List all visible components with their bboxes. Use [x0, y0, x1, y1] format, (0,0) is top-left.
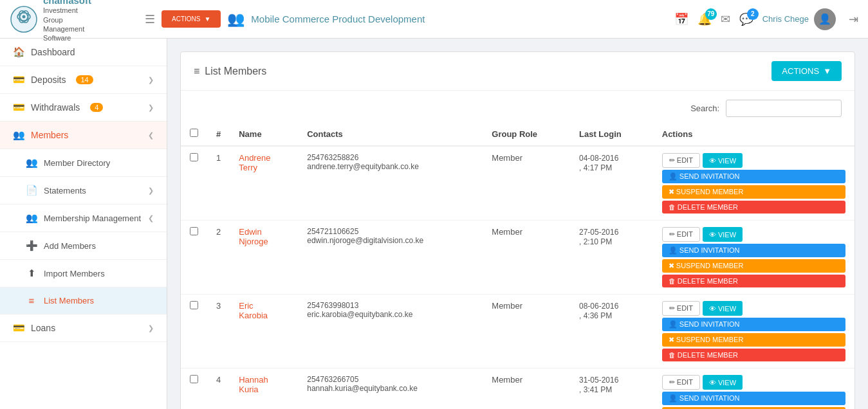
send-invitation-button[interactable]: 👤 SEND INVITATION — [662, 392, 845, 405]
row-role-cell: Member — [483, 146, 570, 221]
member-phone: 254721106625 — [307, 227, 474, 236]
membership-mgmt-icon: 👥 — [26, 212, 37, 224]
edit-button[interactable]: ✏ EDIT — [662, 153, 700, 168]
sidebar-label-deposits: Deposits — [31, 75, 66, 85]
member-last-login: 31-05-2016, 3:41 PM — [579, 376, 618, 394]
send-invitation-button[interactable]: 👤 SEND INVITATION — [662, 244, 845, 257]
list-members-icon: ≡ — [26, 295, 37, 306]
action-row-edit-view: ✏ EDIT 👁 VIEW — [662, 153, 845, 168]
view-button[interactable]: 👁 VIEW — [703, 375, 743, 390]
topnav-actions-button[interactable]: ACTIONS ▼ — [162, 10, 221, 28]
member-role: Member — [492, 153, 522, 163]
sidebar-label-list-members: List Members — [44, 296, 94, 305]
sidebar-label-withdrawals: Withdrawals — [31, 102, 80, 113]
sidebar-item-loans[interactable]: 💳 Loans ❯ — [0, 314, 167, 342]
delete-member-button[interactable]: 🗑 DELETE MEMBER — [662, 349, 845, 361]
member-role: Member — [492, 375, 522, 385]
view-button[interactable]: 👁 VIEW — [703, 153, 743, 168]
page-title: List Members — [205, 66, 266, 77]
sidebar-label-loans: Loans — [31, 323, 55, 333]
sidebar-item-statements[interactable]: 📄 Statements ❯ — [0, 177, 167, 204]
notifications-button[interactable]: 🔔 79 — [697, 12, 712, 26]
hamburger-menu[interactable]: ☰ — [145, 12, 155, 26]
suspend-member-button[interactable]: ✖ SUSPEND MEMBER — [662, 259, 845, 273]
sidebar-item-deposits[interactable]: 💳 Deposits 14 ❯ — [0, 66, 167, 94]
member-email: edwin.njoroge@digitalvision.co.ke — [307, 236, 474, 245]
calendar-button[interactable]: 📅 — [674, 12, 688, 26]
sidebar-item-add-members[interactable]: ➕ Add Members — [0, 232, 167, 260]
search-label: Search: — [690, 104, 719, 113]
row-login-cell: 08-06-2016, 4:36 PM — [570, 295, 653, 368]
sidebar-item-list-members[interactable]: ≡ List Members — [0, 287, 167, 314]
membership-mgmt-chevron: ❮ — [148, 214, 154, 223]
suspend-member-button[interactable]: ✖ SUSPEND MEMBER — [662, 333, 845, 347]
search-bar: Search: — [181, 91, 854, 122]
member-name[interactable]: AndreneTerry — [239, 153, 289, 172]
row-checkbox[interactable] — [190, 375, 198, 383]
row-action-buttons: ✏ EDIT 👁 VIEW 👤 SEND INVITATION ✖ SUSPEN… — [662, 227, 845, 287]
import-members-icon: ⬆ — [26, 268, 37, 279]
row-num: 4 — [207, 368, 230, 410]
row-name-cell: HannahKuria — [230, 368, 298, 410]
table-row: 1 AndreneTerry 254763258826 andrene.terr… — [181, 146, 854, 221]
edit-button[interactable]: ✏ EDIT — [662, 375, 700, 390]
member-email: eric.karobia@equitybank.co.ke — [307, 310, 474, 319]
logout-button[interactable]: ⇥ — [849, 12, 858, 26]
members-card: ≡ List Members ACTIONS ▼ Search: — [180, 51, 855, 409]
delete-member-button[interactable]: 🗑 DELETE MEMBER — [662, 201, 845, 214]
svg-point-0 — [11, 6, 37, 32]
select-all-checkbox[interactable] — [190, 129, 198, 137]
search-input[interactable] — [726, 100, 842, 117]
row-checkbox[interactable] — [190, 301, 198, 309]
col-last-login: Last Login — [570, 122, 653, 146]
member-name[interactable]: EdwinNjoroge — [239, 227, 289, 246]
logo-icon — [10, 5, 38, 33]
user-menu[interactable]: Chris Chege 👤 — [762, 8, 836, 30]
sidebar-item-members[interactable]: 👥 Members ❮ — [0, 122, 167, 149]
sidebar-item-withdrawals[interactable]: 💳 Withdrawals 4 ❯ — [0, 94, 167, 122]
card-actions-button[interactable]: ACTIONS ▼ — [771, 61, 842, 81]
messages-button[interactable]: 💬 2 — [739, 12, 753, 26]
statements-chevron: ❯ — [148, 186, 154, 195]
sidebar-item-import-members[interactable]: ⬆ Import Members — [0, 260, 167, 287]
withdrawals-chevron: ❯ — [148, 104, 154, 112]
row-checkbox[interactable] — [190, 227, 198, 235]
col-num: # — [207, 122, 230, 146]
sidebar-item-member-directory[interactable]: 👥 Member Directory — [0, 149, 167, 177]
row-checkbox[interactable] — [190, 153, 198, 161]
row-action-buttons: ✏ EDIT 👁 VIEW 👤 SEND INVITATION ✖ SUSPEN… — [662, 153, 845, 214]
member-name[interactable]: HannahKuria — [239, 375, 289, 394]
logo: chamasoft Investment Group Management So… — [10, 0, 138, 43]
member-name[interactable]: EricKarobia — [239, 301, 289, 320]
row-actions-cell: ✏ EDIT 👁 VIEW 👤 SEND INVITATION ✖ SUSPEN… — [653, 368, 854, 410]
row-login-cell: 04-08-2016, 4:17 PM — [570, 146, 653, 221]
layout: 🏠 Dashboard 💳 Deposits 14 ❯ 💳 Withdrawal… — [0, 39, 868, 409]
row-action-buttons: ✏ EDIT 👁 VIEW 👤 SEND INVITATION ✖ SUSPEN… — [662, 301, 845, 361]
row-contacts-cell: 254721106625 edwin.njoroge@digitalvision… — [298, 221, 483, 295]
table-row: 4 HannahKuria 254763266705 hannah.kuria@… — [181, 368, 854, 410]
mail-button[interactable]: ✉ — [721, 12, 730, 26]
suspend-member-button[interactable]: ✖ SUSPEND MEMBER — [662, 185, 845, 199]
member-role: Member — [492, 227, 522, 237]
member-email: hannah.kuria@equitybank.co.ke — [307, 384, 474, 393]
table-row: 3 EricKarobia 254763998013 eric.karobia@… — [181, 295, 854, 368]
row-num: 2 — [207, 221, 230, 295]
deposits-chevron: ❯ — [148, 76, 154, 84]
view-button[interactable]: 👁 VIEW — [703, 227, 743, 242]
topnav-right: 📅 🔔 79 ✉ 💬 2 Chris Chege 👤 ⇥ — [674, 8, 858, 30]
group-icon: 👥 — [227, 11, 245, 28]
edit-button[interactable]: ✏ EDIT — [662, 301, 700, 316]
row-contacts-cell: 254763998013 eric.karobia@equitybank.co.… — [298, 295, 483, 368]
col-role: Group Role — [483, 122, 570, 146]
col-contacts: Contacts — [298, 122, 483, 146]
view-button[interactable]: 👁 VIEW — [703, 301, 743, 316]
user-avatar: 👤 — [814, 8, 836, 30]
row-actions-cell: ✏ EDIT 👁 VIEW 👤 SEND INVITATION ✖ SUSPEN… — [653, 146, 854, 221]
edit-button[interactable]: ✏ EDIT — [662, 227, 700, 242]
sidebar-item-membership-management[interactable]: 👥 Membership Management ❮ — [0, 204, 167, 232]
home-icon: 🏠 — [13, 46, 24, 58]
delete-member-button[interactable]: 🗑 DELETE MEMBER — [662, 275, 845, 287]
send-invitation-button[interactable]: 👤 SEND INVITATION — [662, 318, 845, 331]
members-icon: 👥 — [13, 129, 24, 141]
send-invitation-button[interactable]: 👤 SEND INVITATION — [662, 170, 845, 183]
